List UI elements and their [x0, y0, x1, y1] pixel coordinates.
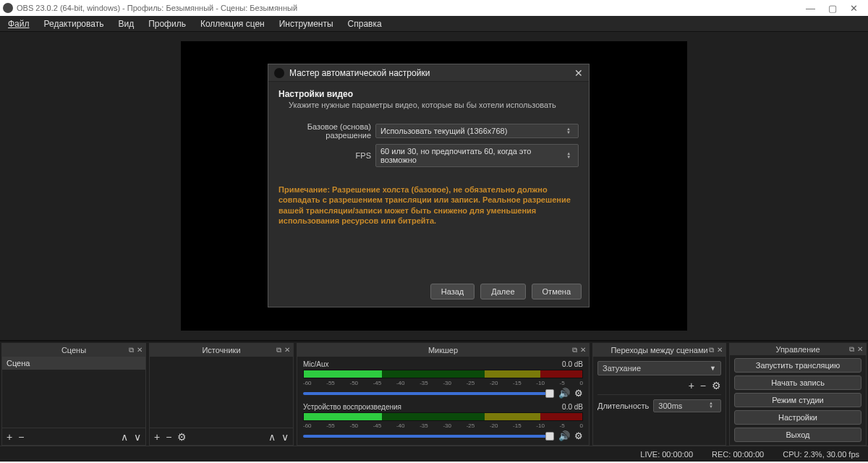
panel-close-icon[interactable]: ✕ — [717, 346, 723, 354]
menu-help[interactable]: Справка — [344, 17, 386, 30]
dock-panels: Сцены ⧉✕ Сцена + − ∧ ∨ Источники ⧉✕ + − … — [0, 341, 868, 446]
transitions-panel: Переходы между сценами ⧉✕ Затухание ▼ + … — [592, 343, 726, 446]
panel-title: Сцены — [61, 346, 86, 354]
modal-heading: Настройки видео — [278, 89, 579, 99]
modal-subheading: Укажите нужные параметры видео, которые … — [278, 101, 579, 109]
titlebar: OBS 23.0.2 (64-bit, windows) - Профиль: … — [0, 0, 868, 16]
modal-close-button[interactable]: ✕ — [574, 67, 583, 79]
panel-close-icon[interactable]: ✕ — [857, 345, 863, 354]
panel-close-icon[interactable]: ✕ — [137, 346, 142, 354]
volume-slider[interactable] — [303, 392, 554, 395]
panel-title: Источники — [202, 346, 240, 354]
obs-logo-icon — [274, 68, 284, 78]
add-transition-button[interactable]: + — [689, 380, 694, 391]
back-button[interactable]: Назад — [430, 284, 475, 300]
start-record-button[interactable]: Начать запись — [734, 375, 861, 390]
menu-view[interactable]: Вид — [114, 17, 137, 30]
audio-meter — [303, 370, 583, 378]
undock-icon[interactable]: ⧉ — [276, 346, 281, 354]
transition-settings-button[interactable]: ⚙ — [712, 380, 721, 391]
menu-edit[interactable]: Редактировать — [41, 17, 108, 30]
gear-icon[interactable]: ⚙ — [574, 430, 583, 441]
status-live: LIVE: 00:00:00 — [640, 450, 693, 459]
remove-transition-button[interactable]: − — [700, 380, 706, 391]
menu-tools[interactable]: Инструменты — [276, 17, 337, 30]
undock-icon[interactable]: ⧉ — [849, 345, 854, 354]
move-up-button[interactable]: ∧ — [268, 431, 276, 443]
scene-item[interactable]: Сцена — [2, 357, 145, 370]
move-down-button[interactable]: ∨ — [281, 431, 289, 443]
menu-scene-collection[interactable]: Коллекция сцен — [197, 17, 268, 30]
start-stream-button[interactable]: Запустить трансляцию — [734, 358, 861, 373]
duration-label: Длительность — [597, 402, 649, 410]
scenes-panel: Сцены ⧉✕ Сцена + − ∧ ∨ — [1, 343, 146, 446]
studio-mode-button[interactable]: Режим студии — [734, 393, 861, 407]
sources-panel: Источники ⧉✕ + − ⚙ ∧ ∨ — [149, 343, 294, 446]
settings-button[interactable]: Настройки — [734, 410, 861, 425]
stepper-icon: ▲▼ — [709, 402, 716, 410]
panel-title: Управление — [775, 345, 820, 354]
undock-icon[interactable]: ⧉ — [572, 346, 577, 354]
menu-file[interactable]: Файл — [4, 17, 33, 30]
mixer-track: Mic/Aux0.0 dB -60-55-50-45-40-35-30-25-2… — [297, 358, 589, 401]
meter-ticks: -60-55-50-45-40-35-30-25-20-15-10-50 — [303, 422, 583, 429]
add-source-button[interactable]: + — [154, 431, 160, 443]
panel-title: Переходы между сценами — [610, 346, 707, 354]
stepper-icon: ▲▼ — [566, 152, 574, 159]
gear-icon[interactable]: ⚙ — [574, 388, 583, 399]
undock-icon[interactable]: ⧉ — [129, 346, 134, 354]
remove-scene-button[interactable]: − — [18, 431, 24, 443]
modal-title: Мастер автоматической настройки — [289, 68, 574, 78]
add-scene-button[interactable]: + — [7, 431, 12, 443]
stepper-icon: ▲▼ — [566, 127, 574, 135]
controls-panel: Управление ⧉✕ Запустить трансляцию Начат… — [729, 343, 867, 446]
statusbar: LIVE: 00:00:00 REC: 00:00:00 CPU: 2.3%, … — [0, 446, 868, 462]
speaker-icon[interactable]: 🔊 — [558, 430, 570, 441]
volume-slider[interactable] — [303, 435, 554, 438]
base-resolution-select[interactable]: Использовать текущий (1366x768) ▲▼ — [375, 124, 579, 138]
remove-source-button[interactable]: − — [166, 431, 171, 443]
cancel-button[interactable]: Отмена — [532, 284, 582, 300]
fps-label: FPS — [278, 151, 375, 160]
chevron-down-icon: ▼ — [710, 365, 716, 372]
window-title: OBS 23.0.2 (64-bit, windows) - Профиль: … — [17, 4, 806, 12]
minimize-button[interactable]: — — [806, 3, 815, 14]
menubar: Файл Редактировать Вид Профиль Коллекция… — [0, 16, 868, 32]
base-resolution-label: Базовое (основа) разрешение — [278, 122, 375, 140]
maximize-button[interactable]: ▢ — [828, 3, 837, 14]
fps-select[interactable]: 60 или 30, но предпочитать 60, когда это… — [375, 144, 579, 167]
panel-close-icon[interactable]: ✕ — [284, 346, 290, 354]
audio-meter — [303, 412, 583, 421]
move-up-button[interactable]: ∧ — [121, 431, 128, 443]
undock-icon[interactable]: ⧉ — [709, 346, 714, 354]
speaker-icon[interactable]: 🔊 — [558, 388, 570, 399]
transition-select[interactable]: Затухание ▼ — [597, 361, 721, 375]
panel-close-icon[interactable]: ✕ — [580, 346, 586, 354]
mixer-panel: Микшер ⧉✕ Mic/Aux0.0 dB -60-55-50-45-40-… — [297, 343, 590, 446]
move-down-button[interactable]: ∨ — [134, 431, 141, 443]
duration-input[interactable]: 300ms ▲▼ — [653, 399, 721, 412]
source-settings-button[interactable]: ⚙ — [177, 431, 187, 443]
mixer-track: Устройство воспроизведения0.0 dB -60-55-… — [297, 401, 589, 443]
close-button[interactable]: ✕ — [850, 3, 858, 14]
meter-ticks: -60-55-50-45-40-35-30-25-20-15-10-50 — [303, 380, 583, 386]
status-rec: REC: 00:00:00 — [712, 450, 764, 459]
status-cpu: CPU: 2.3%, 30.00 fps — [783, 450, 859, 459]
panel-title: Микшер — [428, 346, 458, 354]
auto-config-wizard: Мастер автоматической настройки ✕ Настро… — [268, 64, 590, 307]
exit-button[interactable]: Выход — [734, 428, 861, 442]
obs-logo-icon — [3, 3, 13, 13]
modal-note: Примечание: Разрешение холста (базовое),… — [278, 184, 579, 226]
next-button[interactable]: Далее — [480, 284, 525, 300]
menu-profile[interactable]: Профиль — [145, 17, 190, 30]
